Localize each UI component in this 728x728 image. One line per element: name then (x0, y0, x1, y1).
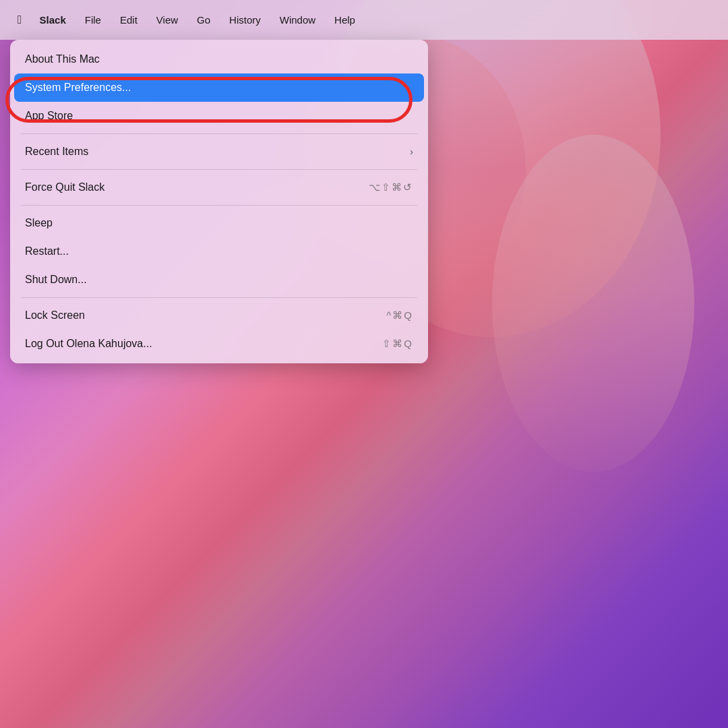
lock-screen-shortcut: ^⌘Q (386, 309, 413, 322)
apple-menu-trigger[interactable]:  (11, 10, 29, 30)
lock-screen-label: Lock Screen (25, 309, 85, 322)
menubar-item-file[interactable]: File (77, 11, 109, 28)
menubar-item-go[interactable]: Go (189, 11, 218, 28)
separator-3 (21, 205, 417, 206)
sleep-label: Sleep (25, 217, 53, 229)
menubar-item-history[interactable]: History (221, 11, 269, 28)
menu-item-restart[interactable]: Restart... (10, 237, 428, 266)
menubar-item-help[interactable]: Help (326, 11, 363, 28)
menu-item-shut-down[interactable]: Shut Down... (10, 266, 428, 294)
shut-down-label: Shut Down... (25, 274, 87, 286)
recent-items-label: Recent Items (25, 146, 88, 158)
system-prefs-label: System Preferences... (25, 82, 131, 94)
separator-1 (21, 133, 417, 134)
apple-menu-dropdown: About This Mac System Preferences... App… (10, 40, 428, 363)
recent-items-arrow-icon: › (410, 146, 413, 157)
menubar-item-edit[interactable]: Edit (112, 11, 146, 28)
menu-item-about-mac[interactable]: About This Mac (10, 45, 428, 73)
separator-4 (21, 297, 417, 298)
bg-shape-3 (492, 135, 694, 472)
force-quit-shortcut: ⌥⇧⌘↺ (369, 181, 413, 193)
restart-label: Restart... (25, 245, 69, 257)
app-store-label: App Store (25, 110, 73, 122)
menubar-item-window[interactable]: Window (272, 11, 324, 28)
menubar-item-view[interactable]: View (148, 11, 186, 28)
menu-item-system-prefs[interactable]: System Preferences... (14, 73, 424, 102)
log-out-shortcut: ⇧⌘Q (382, 338, 413, 350)
about-mac-label: About This Mac (25, 53, 100, 65)
separator-2 (21, 169, 417, 170)
menu-item-lock-screen[interactable]: Lock Screen ^⌘Q (10, 301, 428, 330)
menu-item-force-quit[interactable]: Force Quit Slack ⌥⇧⌘↺ (10, 173, 428, 202)
menubar:  Slack File Edit View Go History Window… (0, 0, 728, 40)
menu-item-recent-items[interactable]: Recent Items › (10, 138, 428, 166)
menu-item-app-store[interactable]: App Store (10, 102, 428, 130)
force-quit-label: Force Quit Slack (25, 181, 104, 193)
menubar-item-slack[interactable]: Slack (32, 11, 74, 28)
log-out-label: Log Out Olena Kahujova... (25, 338, 152, 350)
menu-item-sleep[interactable]: Sleep (10, 209, 428, 237)
menu-item-log-out[interactable]: Log Out Olena Kahujova... ⇧⌘Q (10, 330, 428, 358)
